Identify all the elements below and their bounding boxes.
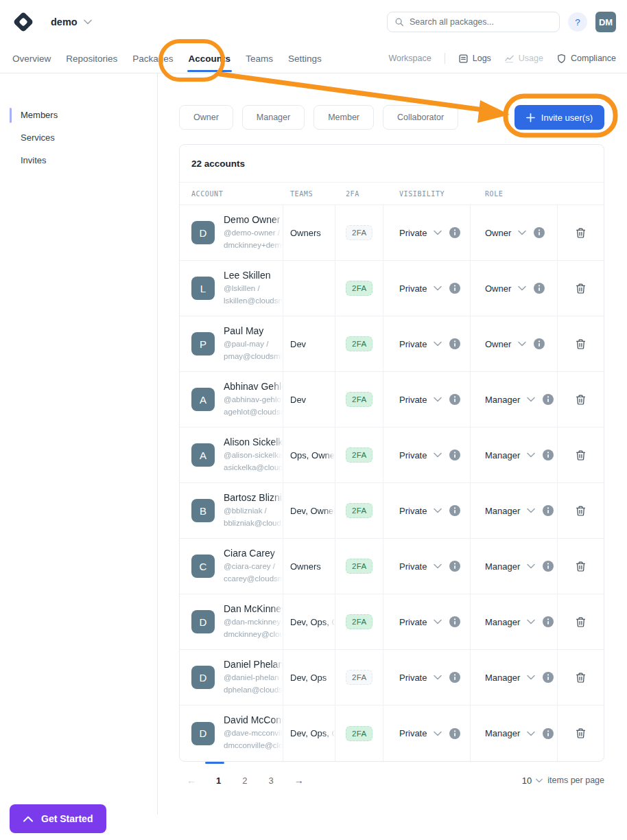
- role-info-icon[interactable]: [543, 672, 554, 683]
- role-info-icon[interactable]: [543, 728, 554, 739]
- filter-member-button[interactable]: Member: [314, 105, 374, 130]
- tab-accounts[interactable]: Accounts: [187, 44, 233, 73]
- visibility-dropdown[interactable]: Private: [399, 228, 442, 238]
- visibility-info-icon[interactable]: [449, 227, 460, 238]
- visibility-info-icon[interactable]: [449, 672, 460, 683]
- role-info-icon[interactable]: [543, 450, 554, 460]
- visibility-info-icon[interactable]: [449, 338, 460, 349]
- invite-users-button[interactable]: Invite user(s): [514, 105, 604, 130]
- account-name[interactable]: Abhinav Gehlot: [224, 381, 283, 392]
- account-name[interactable]: David McConville: [224, 714, 283, 725]
- user-avatar[interactable]: DM: [595, 12, 616, 32]
- account-name[interactable]: Lee Skillen: [224, 270, 283, 281]
- search-box[interactable]: [387, 12, 560, 32]
- sidebar-item-services[interactable]: Services: [21, 132, 55, 143]
- table-header-row: ACCOUNTTEAMS2FAVISIBILITYROLE: [180, 183, 604, 205]
- role-dropdown[interactable]: Manager: [485, 673, 535, 683]
- delete-account-button[interactable]: [575, 616, 587, 628]
- page-2[interactable]: 2: [242, 775, 247, 786]
- visibility-info-icon[interactable]: [449, 728, 460, 739]
- role-dropdown[interactable]: Manager: [485, 506, 535, 516]
- account-name[interactable]: Bartosz Blizniak: [224, 492, 283, 503]
- cloudsmith-logo-icon[interactable]: [11, 10, 36, 34]
- account-name[interactable]: Dan McKinney: [224, 603, 283, 614]
- get-started-button[interactable]: Get Started: [10, 804, 106, 833]
- role-info-icon[interactable]: [543, 394, 554, 405]
- role-info-icon[interactable]: [543, 616, 554, 627]
- role-dropdown[interactable]: Owner: [485, 283, 526, 294]
- visibility-dropdown[interactable]: Private: [399, 728, 442, 738]
- visibility-info-icon[interactable]: [449, 505, 460, 516]
- account-name[interactable]: Daniel Phelan: [224, 659, 283, 670]
- per-page-select[interactable]: 10: [522, 775, 543, 786]
- role-info-icon[interactable]: [534, 283, 545, 294]
- visibility-info-icon[interactable]: [449, 283, 460, 294]
- visibility-info-icon[interactable]: [449, 616, 460, 627]
- compliance-link[interactable]: Compliance: [556, 54, 616, 64]
- role-dropdown[interactable]: Manager: [485, 728, 535, 738]
- visibility-cell: Private: [383, 483, 471, 538]
- visibility-dropdown[interactable]: Private: [399, 283, 442, 294]
- visibility-info-icon[interactable]: [449, 394, 460, 405]
- avatar: A: [191, 388, 215, 411]
- delete-account-button[interactable]: [575, 672, 587, 684]
- delete-account-button[interactable]: [575, 338, 587, 350]
- workspace-switcher[interactable]: demo: [51, 16, 92, 27]
- account-cell: D Demo Owner @demo-owner / dmckinney+dem…: [180, 205, 283, 260]
- sidebar-item-members[interactable]: Members: [21, 110, 58, 120]
- visibility-dropdown[interactable]: Private: [399, 450, 442, 460]
- tab-packages[interactable]: Packages: [131, 44, 174, 73]
- role-dropdown[interactable]: Owner: [485, 228, 526, 238]
- role-info-icon[interactable]: [543, 505, 554, 516]
- help-button[interactable]: ?: [568, 12, 587, 32]
- role-dropdown[interactable]: Manager: [485, 450, 535, 460]
- account-handle: @daniel-phelan /: [224, 672, 283, 684]
- delete-account-button[interactable]: [575, 394, 587, 406]
- filter-owner-button[interactable]: Owner: [179, 105, 233, 130]
- search-input[interactable]: [410, 17, 552, 27]
- visibility-dropdown[interactable]: Private: [399, 617, 442, 627]
- visibility-dropdown[interactable]: Private: [399, 673, 442, 683]
- next-page-arrow[interactable]: →: [294, 775, 304, 786]
- delete-account-button[interactable]: [575, 450, 587, 461]
- role-dropdown[interactable]: Owner: [485, 339, 526, 349]
- visibility-dropdown[interactable]: Private: [399, 339, 442, 349]
- role-dropdown[interactable]: Manager: [485, 395, 535, 405]
- role-info-icon[interactable]: [543, 561, 554, 572]
- visibility-info-icon[interactable]: [449, 561, 460, 572]
- actions-cell: [558, 205, 604, 260]
- logs-link[interactable]: Logs: [458, 54, 491, 64]
- account-name[interactable]: Demo Owner: [224, 214, 283, 225]
- tab-teams[interactable]: Teams: [244, 44, 274, 73]
- filter-manager-button[interactable]: Manager: [242, 105, 305, 130]
- chevron-down-icon: [434, 675, 442, 680]
- role-value: Manager: [485, 617, 520, 627]
- delete-account-button[interactable]: [575, 283, 587, 294]
- delete-account-button[interactable]: [575, 505, 587, 517]
- teams-list: Owners: [290, 228, 335, 238]
- account-name[interactable]: Alison Sickelka: [224, 436, 283, 447]
- visibility-info-icon[interactable]: [449, 450, 460, 460]
- role-dropdown[interactable]: Manager: [485, 561, 535, 572]
- delete-account-button[interactable]: [575, 561, 587, 572]
- role-info-icon[interactable]: [534, 338, 545, 349]
- usage-link[interactable]: Usage: [504, 54, 543, 64]
- sidebar-item-invites[interactable]: Invites: [21, 155, 47, 165]
- tab-settings[interactable]: Settings: [287, 44, 323, 73]
- account-name[interactable]: Paul May: [224, 325, 283, 336]
- delete-account-button[interactable]: [575, 227, 587, 239]
- filter-collaborator-button[interactable]: Collaborator: [383, 105, 458, 130]
- role-cell: Owner: [471, 316, 558, 371]
- visibility-dropdown[interactable]: Private: [399, 506, 442, 516]
- role-info-icon[interactable]: [534, 227, 545, 238]
- page-1[interactable]: 1: [216, 775, 221, 786]
- tab-overview[interactable]: Overview: [11, 44, 52, 73]
- delete-account-button[interactable]: [575, 727, 587, 739]
- tab-repositories[interactable]: Repositories: [64, 44, 119, 73]
- role-dropdown[interactable]: Manager: [485, 617, 535, 627]
- page-3[interactable]: 3: [268, 775, 273, 786]
- account-name[interactable]: Ciara Carey: [224, 548, 283, 559]
- visibility-dropdown[interactable]: Private: [399, 395, 442, 405]
- previous-page-arrow[interactable]: ←: [187, 775, 196, 786]
- visibility-dropdown[interactable]: Private: [399, 561, 442, 572]
